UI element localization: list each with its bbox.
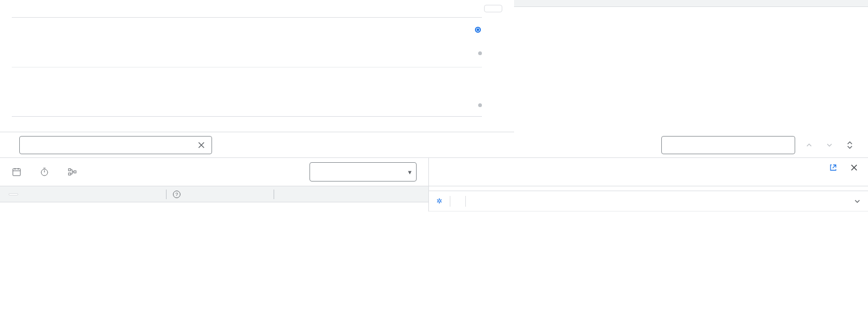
reset-button[interactable] xyxy=(484,5,502,12)
external-link-icon xyxy=(829,164,837,171)
caret-down-icon: ▾ xyxy=(408,168,412,176)
trace-scatter-panel xyxy=(0,0,514,132)
trace-meta-row: ▾ xyxy=(0,158,428,186)
close-icon[interactable] xyxy=(848,161,861,174)
col-time[interactable] xyxy=(780,0,868,7)
chart-point[interactable] xyxy=(478,51,482,55)
chart-plot-area[interactable] xyxy=(12,17,482,117)
col-http-method[interactable] xyxy=(602,0,691,7)
chart-point[interactable] xyxy=(478,103,482,107)
svg-rect-3 xyxy=(69,173,71,175)
trace-details-bar xyxy=(0,132,868,158)
chevron-down-icon[interactable] xyxy=(854,198,861,205)
svg-rect-4 xyxy=(74,171,76,173)
svg-rect-2 xyxy=(69,169,71,171)
calendar-icon xyxy=(12,167,22,177)
bug-icon: ✲ xyxy=(436,197,442,205)
logs-events-select[interactable]: ▾ xyxy=(310,162,417,182)
find-next-icon[interactable] xyxy=(823,140,836,150)
trace-id-field[interactable] xyxy=(19,136,212,154)
view-logs-link[interactable] xyxy=(829,164,840,171)
find-in-trace-input[interactable] xyxy=(661,136,795,154)
clear-icon[interactable] xyxy=(195,139,207,151)
col-latency[interactable] xyxy=(514,0,602,7)
waterfall-panel: ? xyxy=(0,186,428,211)
trace-id-input[interactable] xyxy=(26,141,195,149)
stopwatch-icon xyxy=(40,167,50,177)
event-row[interactable]: ✲ xyxy=(429,191,868,211)
chart-point-selected[interactable] xyxy=(475,27,481,33)
table-header-row xyxy=(514,0,868,7)
spans-icon xyxy=(67,167,78,177)
expand-collapse-icon[interactable] xyxy=(843,139,856,152)
svg-rect-0 xyxy=(13,169,20,176)
span-details-panel: ✲ xyxy=(428,186,868,211)
col-url[interactable] xyxy=(691,0,780,7)
find-prev-icon[interactable] xyxy=(803,140,816,150)
collapse-all-button[interactable] xyxy=(9,193,18,195)
traces-table xyxy=(514,0,868,132)
help-icon[interactable]: ? xyxy=(173,191,180,198)
